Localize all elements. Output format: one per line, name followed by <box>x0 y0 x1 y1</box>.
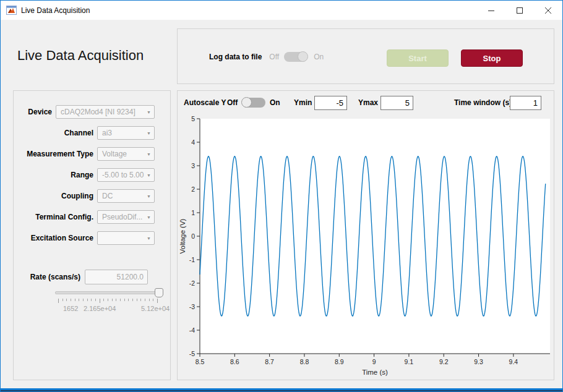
excitation-source-dropdown[interactable]: ▼ <box>97 231 155 245</box>
title-bar: Live Data Acquisition <box>1 1 562 20</box>
log-switch-on-label: On <box>314 53 324 61</box>
device-label: Device <box>28 108 52 116</box>
dropdown-value: PseudoDif... <box>98 213 152 221</box>
chevron-down-icon: ▼ <box>147 215 151 219</box>
app-window: Live Data Acquisition Live Data Acquisit… <box>0 0 563 392</box>
log-data-switch[interactable] <box>284 52 307 62</box>
dropdown-value: Voltage <box>98 150 137 158</box>
measurement-type-dropdown[interactable]: Voltage▼ <box>97 147 155 161</box>
window-controls <box>477 1 562 20</box>
device-settings-list: DevicecDAQ2Mod4 [NI 9234]▼Channelai3▼Mea… <box>14 105 155 252</box>
device-panel: DevicecDAQ2Mod4 [NI 9234]▼Channelai3▼Mea… <box>13 90 171 380</box>
range-label: Range <box>71 171 93 179</box>
device-setting-row: CouplingDC▼ <box>14 189 155 203</box>
svg-text:5: 5 <box>191 115 195 122</box>
svg-text:-4: -4 <box>189 326 195 334</box>
svg-text:-1: -1 <box>189 256 195 263</box>
chevron-down-icon: ▼ <box>147 131 151 135</box>
close-button[interactable] <box>534 1 562 20</box>
chevron-down-icon: ▼ <box>147 110 151 114</box>
logging-panel: Log data to file Off On Start Stop <box>177 28 554 84</box>
rate-row: Rate (scans/s) <box>14 270 170 284</box>
svg-text:9.1: 9.1 <box>405 358 414 365</box>
svg-text:9.3: 9.3 <box>474 358 483 365</box>
svg-text:Voltage (V): Voltage (V) <box>179 218 186 254</box>
slider-min-label: 1652 <box>63 305 78 312</box>
log-switch-off-label: Off <box>269 53 279 61</box>
svg-text:9.2: 9.2 <box>439 358 449 365</box>
dropdown-value: DC <box>98 192 122 200</box>
svg-text:-2: -2 <box>189 279 195 287</box>
svg-text:-5: -5 <box>189 350 195 357</box>
svg-text:8.6: 8.6 <box>230 358 239 365</box>
rate-slider-ticks <box>58 299 158 304</box>
svg-text:9: 9 <box>372 358 376 365</box>
channel-label: Channel <box>64 129 93 137</box>
svg-text:0: 0 <box>191 232 195 240</box>
dropdown-value: -5.00 to 5.00 <box>98 171 153 179</box>
rate-field[interactable] <box>85 270 148 284</box>
channel-dropdown[interactable]: ai3▼ <box>97 126 155 140</box>
chevron-down-icon: ▼ <box>147 152 151 156</box>
svg-text:3: 3 <box>191 162 195 169</box>
start-button[interactable]: Start <box>387 49 449 67</box>
terminal-config-dropdown[interactable]: PseudoDif...▼ <box>97 210 155 224</box>
device-setting-row: Measurement TypeVoltage▼ <box>14 147 155 161</box>
matlab-app-icon <box>6 6 17 15</box>
svg-text:8.5: 8.5 <box>196 358 205 365</box>
rate-slider[interactable] <box>55 291 160 294</box>
maximize-button[interactable] <box>505 1 534 20</box>
switch-knob <box>298 51 308 62</box>
coupling-label: Coupling <box>61 192 93 200</box>
svg-text:1: 1 <box>191 209 195 216</box>
rate-slider-handle[interactable] <box>155 288 163 297</box>
coupling-dropdown[interactable]: DC▼ <box>97 189 155 203</box>
svg-text:8.7: 8.7 <box>265 358 274 365</box>
chevron-down-icon: ▼ <box>147 194 151 198</box>
rate-slider-labels: 1652 2.165e+04 5.12e+04 <box>14 305 171 313</box>
chevron-down-icon: ▼ <box>147 173 151 177</box>
slider-mid-label: 2.165e+04 <box>84 305 116 312</box>
device-setting-row: Excitation Source▼ <box>14 231 155 245</box>
stop-button[interactable]: Stop <box>461 49 523 67</box>
measurement-type-label: Measurement Type <box>27 150 93 158</box>
dropdown-value: cDAQ2Mod4 [NI 9234] <box>56 108 145 116</box>
svg-text:4: 4 <box>191 138 195 146</box>
svg-text:2: 2 <box>191 185 195 193</box>
svg-text:Time (s): Time (s) <box>362 369 388 376</box>
device-setting-row: Terminal Config.PseudoDif...▼ <box>14 210 155 224</box>
window-bottom-border <box>1 388 562 391</box>
minimize-button[interactable] <box>477 1 505 20</box>
plot-panel: Autoscale Y Off On Ymin Ymax Time window… <box>177 90 554 380</box>
range-dropdown[interactable]: -5.00 to 5.00▼ <box>97 168 155 182</box>
svg-text:8.8: 8.8 <box>300 358 309 365</box>
dropdown-value: ai3 <box>98 129 122 137</box>
rate-label: Rate (scans/s) <box>30 273 80 281</box>
svg-text:9.4: 9.4 <box>509 358 518 365</box>
window-title: Live Data Acquisition <box>21 6 90 15</box>
device-setting-row: Channelai3▼ <box>14 126 155 140</box>
log-data-label: Log data to file <box>209 53 262 61</box>
terminal-config-label: Terminal Config. <box>35 213 93 221</box>
voltage-time-chart: -5-4-3-2-10123458.58.68.78.88.999.19.29.… <box>178 91 554 379</box>
device-setting-row: DevicecDAQ2Mod4 [NI 9234]▼ <box>14 105 155 119</box>
excitation-source-label: Excitation Source <box>31 234 93 242</box>
device-setting-row: Range-5.00 to 5.00▼ <box>14 168 155 182</box>
device-dropdown[interactable]: cDAQ2Mod4 [NI 9234]▼ <box>56 105 155 119</box>
svg-text:-3: -3 <box>189 303 195 310</box>
chevron-down-icon: ▼ <box>147 236 151 241</box>
page-title: Live Data Acquisition <box>17 48 144 64</box>
svg-text:8.9: 8.9 <box>335 358 344 365</box>
slider-max-label: 5.12e+04 <box>141 305 170 312</box>
